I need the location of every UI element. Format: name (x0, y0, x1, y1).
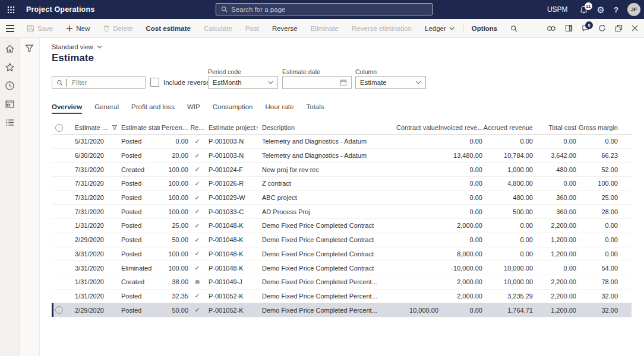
reverse-button[interactable]: Reverse (266, 19, 304, 37)
delete-button[interactable]: Delete (96, 19, 139, 37)
column-header-reversed[interactable]: Re... (190, 124, 205, 131)
eliminate-button[interactable]: Eliminate (304, 19, 345, 37)
office-panel-icon[interactable] (565, 24, 573, 32)
cell-reversed: ✓ (190, 166, 205, 173)
app-title[interactable]: Project Operations (26, 5, 94, 14)
include-reversed-checkbox[interactable] (150, 78, 159, 87)
cell-estimate-date: 2/29/2020 (71, 307, 117, 314)
column-header-description[interactable]: Description (260, 124, 394, 131)
refresh-icon[interactable] (598, 24, 606, 32)
open-new-window-icon[interactable] (615, 24, 623, 32)
table-row[interactable]: 1/31/2020Posted25.00✓P-001048-KDemo Fixe… (52, 219, 632, 233)
filter-funnel-icon[interactable] (25, 44, 34, 356)
column-select[interactable]: Estimate (355, 76, 426, 89)
tab-overview[interactable]: Overview (52, 103, 82, 114)
select-all-radio[interactable] (55, 124, 63, 132)
cell-estimate-project[interactable]: P-001003-N (205, 138, 260, 145)
home-icon[interactable] (5, 44, 15, 54)
cell-estimate-project[interactable]: P-001048-K (205, 265, 260, 272)
estimate-grid: Estimate ... Estimate status Percen... R… (52, 121, 632, 317)
column-header-gross-margin[interactable]: Gross margin (576, 124, 618, 131)
cell-estimate-project[interactable]: P-001029-W (205, 194, 260, 201)
table-row[interactable]: 3/31/2020Posted100.00✓P-001048-KDemo Fix… (52, 247, 632, 262)
cell-estimate-project[interactable]: P-001052-K (205, 307, 260, 314)
table-row[interactable]: 7/31/2020Posted100.00✓P-001029-WABC proj… (52, 191, 632, 205)
cell-estimate-project[interactable]: P-001048-K (205, 222, 260, 229)
help-icon[interactable]: ? (614, 5, 618, 14)
cell-estimate-project[interactable]: P-001003-N (205, 152, 260, 159)
search-button[interactable] (504, 19, 524, 37)
tab-consumption[interactable]: Consumption (213, 103, 253, 114)
column-header-accrued-revenue[interactable]: Accrued revenue (482, 124, 533, 131)
cell-estimate-date: 2/29/2020 (71, 236, 117, 243)
reverse-elimination-button[interactable]: Reverse elimination (345, 19, 418, 37)
new-button[interactable]: New (59, 19, 96, 37)
hamburger-menu-icon[interactable] (0, 19, 20, 38)
period-code-select[interactable]: EstMonth (208, 76, 278, 89)
column-header-total-cost[interactable]: Total cost (533, 124, 576, 131)
workspaces-list-icon[interactable] (5, 117, 15, 128)
table-row[interactable]: 2/29/2020Posted50.00✓P-001048-KDemo Fixe… (52, 233, 632, 247)
cell-reversed: ✓ (190, 236, 205, 244)
tab-wip[interactable]: WIP (187, 103, 200, 114)
estimate-date-input[interactable] (282, 76, 352, 89)
tab-totals[interactable]: Totals (306, 103, 324, 114)
row-select[interactable] (52, 306, 71, 314)
cell-estimate-project[interactable]: P-001033-C (205, 208, 260, 215)
calculate-button[interactable]: Calculate (197, 19, 239, 37)
environment-label[interactable]: USPM (547, 5, 568, 14)
cell-total-cost: 480.00 (533, 166, 576, 173)
ledger-button[interactable]: Ledger (418, 19, 461, 37)
cell-estimate-project[interactable]: P-001052-K (205, 293, 260, 300)
cost-estimate-button[interactable]: Cost estimate (139, 19, 197, 37)
column-header-estimate-status[interactable]: Estimate status (117, 124, 160, 131)
notifications-bell-icon[interactable]: 11 (579, 5, 588, 14)
table-row[interactable]: 5/31/2020Posted0.00✓P-001003-NTelemetry … (52, 135, 632, 149)
table-row[interactable]: 1/31/2020Created38.00⊗P-001049-JDemo Fix… (52, 275, 632, 290)
settings-gear-icon[interactable]: ⚙ (597, 5, 605, 14)
post-button[interactable]: Post (239, 19, 266, 37)
table-row[interactable]: 1/31/2020Posted32.35✓P-001052-KDemo Fixe… (52, 290, 632, 304)
options-button[interactable]: Options (465, 19, 504, 37)
cell-estimate-project[interactable]: P-001049-J (205, 278, 260, 285)
table-row[interactable]: 7/31/2020Created100.00✓P-001024-FNew pro… (52, 163, 632, 177)
tab-general[interactable]: General (94, 103, 119, 114)
cell-accrued-revenue: 0.00 (482, 236, 533, 243)
search-icon (510, 25, 517, 32)
view-selector[interactable]: Standard view (52, 43, 102, 50)
attachments-icon[interactable] (547, 26, 556, 31)
filter-applied-funnel-icon[interactable] (112, 125, 117, 131)
column-header-estimate-date[interactable]: Estimate ... (71, 124, 117, 131)
plus-icon (66, 25, 73, 32)
table-row[interactable]: 3/31/2020Eliminated100.00✓P-001048-KDemo… (52, 261, 632, 275)
column-header-percent[interactable]: Percen... (160, 124, 190, 131)
row-selected-radio-icon (55, 306, 63, 314)
table-row[interactable]: 7/31/2020Posted100.00✓P-001026-RZ contra… (52, 177, 632, 191)
cell-invoiced-revenue: 0.00 (438, 138, 482, 145)
filter-input[interactable]: Filter (52, 76, 146, 89)
column-header-invoiced-revenue[interactable]: Invoiced reve... (438, 124, 482, 131)
recent-clock-icon[interactable] (5, 81, 15, 91)
avatar[interactable]: JF (627, 3, 640, 16)
cell-reversed: ✓ (190, 152, 205, 160)
column-header-contract-value[interactable]: Contract value (394, 124, 438, 131)
app-launcher-waffle-icon[interactable] (0, 0, 21, 19)
cell-percent-complete: 100.00 (160, 194, 190, 201)
tab-profit-and-loss[interactable]: Profit and loss (131, 103, 175, 114)
forms-icon[interactable] (5, 99, 15, 109)
messages-icon[interactable]: 0 (582, 24, 589, 32)
calendar-icon[interactable] (340, 79, 347, 86)
column-header-estimate-project[interactable]: Estimate project ↑ (205, 124, 260, 131)
cell-estimate-project[interactable]: P-001048-K (205, 236, 260, 243)
global-search-input[interactable]: Search for a page (216, 3, 433, 15)
table-row[interactable]: 2/29/2020Posted50.00✓P-001052-KDemo Fixe… (52, 303, 632, 317)
save-button[interactable]: Save (20, 19, 59, 37)
cell-estimate-project[interactable]: P-001026-R (205, 180, 260, 187)
cell-estimate-project[interactable]: P-001024-F (205, 166, 260, 173)
cell-estimate-project[interactable]: P-001048-K (205, 250, 260, 258)
favorites-star-icon[interactable] (5, 62, 15, 72)
close-icon[interactable] (632, 25, 638, 31)
table-row[interactable]: 7/31/2020Posted100.00✓P-001033-CAD Proce… (52, 205, 632, 219)
tab-hour-rate[interactable]: Hour rate (265, 103, 293, 114)
table-row[interactable]: 6/30/2020Posted20.00✓P-001003-NTelemetry… (52, 149, 632, 163)
